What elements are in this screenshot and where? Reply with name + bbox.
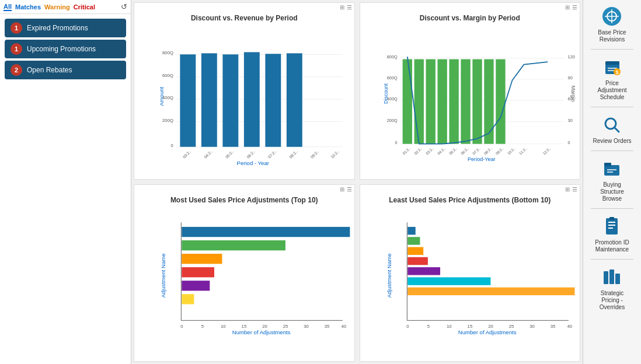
svg-text:25: 25 xyxy=(283,324,288,329)
divider-1 xyxy=(591,49,633,50)
discount-margin-svg: Discount 0 200Q 400Q 600Q 800Q 0 30 60 9… xyxy=(384,26,574,162)
svg-rect-92 xyxy=(407,277,490,285)
svg-text:5: 5 xyxy=(201,324,204,329)
svg-text:15: 15 xyxy=(467,324,472,329)
svg-rect-126 xyxy=(609,270,614,284)
price-adjustment-schedule-item[interactable]: $ PriceAdjustmentSchedule xyxy=(597,55,626,101)
panel-icon-6[interactable]: ☰ xyxy=(347,186,352,192)
svg-text:05:2..: 05:2.. xyxy=(225,149,235,159)
divider-5 xyxy=(591,259,633,260)
svg-text:$: $ xyxy=(615,69,618,75)
svg-rect-69 xyxy=(182,240,285,250)
least-used-svg: Adjustment Name 0 5 10 xyxy=(384,208,574,344)
svg-rect-11 xyxy=(201,53,217,146)
svg-text:400Q: 400Q xyxy=(386,96,397,102)
svg-text:01:2..: 01:2.. xyxy=(401,146,410,155)
review-orders-item[interactable]: Review Orders xyxy=(593,113,631,145)
tab-warning[interactable]: Warning xyxy=(44,4,70,10)
left-sidebar: All Matches Warning Critical ↺ 1 Expired… xyxy=(0,0,131,364)
right-sidebar: Base PriceRevisions $ PriceAdjustmentSch… xyxy=(583,0,641,364)
svg-rect-72 xyxy=(182,281,210,290)
svg-rect-70 xyxy=(182,254,222,264)
divider-2 xyxy=(591,107,633,107)
svg-rect-89 xyxy=(407,247,423,255)
tab-critical[interactable]: Critical xyxy=(74,4,95,10)
svg-rect-127 xyxy=(615,274,620,284)
svg-text:06:2..: 06:2.. xyxy=(246,149,256,159)
buying-structure-browse-label: BuyingStructureBrowse xyxy=(600,181,624,202)
svg-text:25: 25 xyxy=(508,324,514,329)
review-orders-label: Review Orders xyxy=(593,138,631,145)
panel-icon-8[interactable]: ☰ xyxy=(572,186,577,192)
refresh-button[interactable]: ↺ xyxy=(121,2,127,11)
base-price-revisions-item[interactable]: Base PriceRevisions xyxy=(598,5,626,43)
svg-rect-116 xyxy=(604,165,619,176)
svg-rect-68 xyxy=(182,227,350,237)
svg-text:10:2..: 10:2.. xyxy=(506,146,515,155)
discount-margin-panel: ⊞ ☰ Discount vs. Margin by Period Discou… xyxy=(360,2,581,180)
svg-text:09:2..: 09:2.. xyxy=(494,146,504,155)
svg-rect-120 xyxy=(606,218,618,235)
svg-text:08:2..: 08:2.. xyxy=(483,146,492,155)
svg-text:02:2..: 02:2.. xyxy=(413,146,422,155)
svg-line-115 xyxy=(614,127,619,132)
strategic-pricing-overrides-item[interactable]: StrategicPricing -Overrides xyxy=(600,265,625,311)
sidebar-item-expired-promotions[interactable]: 1 Expired Promotions xyxy=(5,19,126,37)
most-used-panel: ⊞ ☰ Most Used Sales Price Adjustments (T… xyxy=(134,184,355,362)
svg-text:90: 90 xyxy=(567,75,572,80)
svg-text:40: 40 xyxy=(567,324,572,329)
sidebar-item-open-rebates[interactable]: 2 Open Rebates xyxy=(5,61,126,79)
svg-text:30: 30 xyxy=(529,324,535,329)
panel-icon-4[interactable]: ☰ xyxy=(572,4,577,10)
svg-rect-51 xyxy=(496,60,505,144)
expired-promotions-label: Expired Promotions xyxy=(27,24,88,32)
divider-4 xyxy=(591,208,633,209)
svg-text:200Q: 200Q xyxy=(162,118,173,123)
svg-text:20: 20 xyxy=(262,324,267,329)
buying-structure-browse-item[interactable]: BuyingStructureBrowse xyxy=(600,157,624,202)
open-rebates-badge: 2 xyxy=(11,64,22,76)
svg-rect-49 xyxy=(472,60,482,144)
svg-text:08:2..: 08:2.. xyxy=(288,149,298,159)
panel-icon-1[interactable]: ⊞ xyxy=(340,4,344,10)
discount-margin-title: Discount vs. Margin by Period xyxy=(360,12,580,23)
svg-rect-117 xyxy=(604,163,611,166)
sidebar-item-upcoming-promotions[interactable]: 1 Upcoming Promotions xyxy=(5,40,126,58)
svg-text:11:2..: 11:2.. xyxy=(518,146,527,155)
svg-rect-122 xyxy=(608,225,615,226)
svg-text:5: 5 xyxy=(427,324,429,329)
discount-margin-chart: Discount 0 200Q 400Q 600Q 800Q 0 30 60 9… xyxy=(360,23,580,179)
divider-3 xyxy=(591,150,633,151)
svg-rect-91 xyxy=(407,267,440,275)
panel-icon-3[interactable]: ⊞ xyxy=(565,4,570,10)
svg-rect-15 xyxy=(287,53,302,146)
promotion-id-maintenance-label: Promotion IDMaintenance xyxy=(595,239,629,253)
price-adjustment-schedule-icon: $ xyxy=(601,55,624,79)
panel-icon-5[interactable]: ⊞ xyxy=(340,186,344,192)
tab-matches[interactable]: Matches xyxy=(15,4,41,10)
svg-text:Number of Adjustments: Number of Adjustments xyxy=(232,329,291,335)
svg-text:03:2..: 03:2.. xyxy=(182,149,192,159)
svg-rect-47 xyxy=(449,60,458,144)
svg-text:800Q: 800Q xyxy=(162,50,173,55)
price-adjustment-schedule-label: PriceAdjustmentSchedule xyxy=(597,80,626,101)
promotion-id-maintenance-item[interactable]: Promotion IDMaintenance xyxy=(595,215,629,253)
svg-text:35: 35 xyxy=(325,324,330,329)
svg-rect-14 xyxy=(265,54,281,146)
discount-revenue-svg: Amount 0 200Q 400Q 600Q 800Q xyxy=(158,26,349,162)
svg-text:120: 120 xyxy=(567,54,574,60)
svg-text:05:2..: 05:2.. xyxy=(448,146,457,155)
svg-text:Adjustment Name: Adjustment Name xyxy=(160,253,166,298)
base-price-revisions-label: Base PriceRevisions xyxy=(598,29,626,43)
svg-text:40: 40 xyxy=(342,324,347,329)
panel-icon-7[interactable]: ⊞ xyxy=(565,186,570,192)
svg-rect-125 xyxy=(604,271,608,284)
svg-rect-43 xyxy=(402,60,412,144)
panel-icon-2[interactable]: ☰ xyxy=(347,4,352,10)
most-used-chart: Adjustment Name 0 5 10 15 xyxy=(134,205,354,361)
svg-text:10: 10 xyxy=(221,324,226,329)
svg-text:20: 20 xyxy=(488,324,493,329)
buying-structure-browse-icon xyxy=(600,157,623,180)
main-content: ⊞ ☰ Discount vs. Revenue by Period Amoun… xyxy=(131,0,583,364)
tab-all[interactable]: All xyxy=(4,3,12,11)
